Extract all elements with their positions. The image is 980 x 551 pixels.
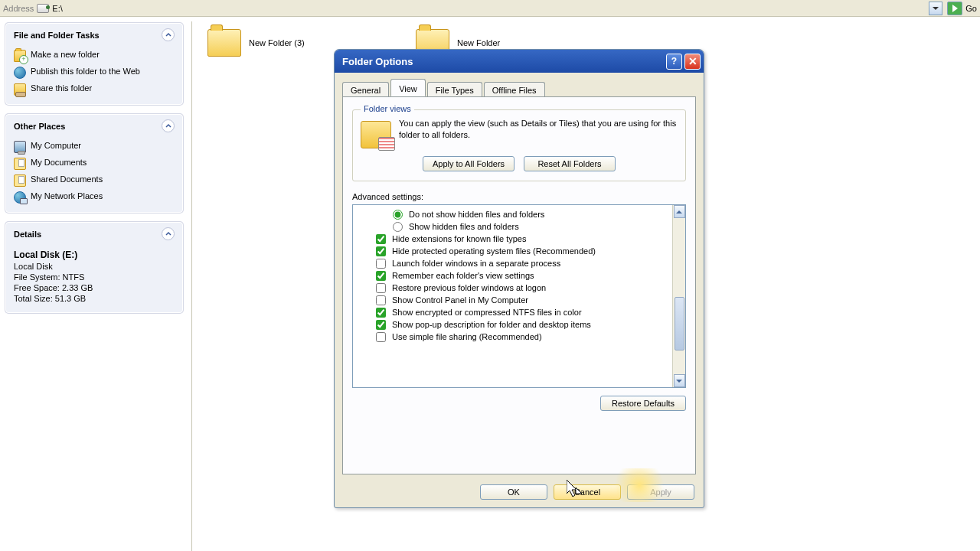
checkbox-input[interactable] bbox=[376, 320, 386, 330]
folder-icon bbox=[207, 29, 241, 57]
place-my-computer[interactable]: My Computer bbox=[14, 139, 175, 155]
advanced-setting-item[interactable]: Restore previous folder windows at logon bbox=[376, 282, 671, 294]
advanced-setting-item[interactable]: Launch folder windows in a separate proc… bbox=[376, 257, 671, 269]
checkbox-input[interactable] bbox=[376, 271, 386, 281]
advanced-setting-item[interactable]: Hide extensions for known file types bbox=[376, 233, 671, 245]
address-dropdown-button[interactable] bbox=[929, 2, 942, 15]
checkbox-input[interactable] bbox=[376, 246, 386, 256]
advanced-setting-label: Show encrypted or compressed NTFS files … bbox=[392, 308, 582, 317]
folder-options-dialog: Folder Options ? ✕ General View File Typ… bbox=[334, 49, 704, 508]
apply-to-all-folders-button[interactable]: Apply to All Folders bbox=[423, 156, 514, 171]
restore-defaults-button[interactable]: Restore Defaults bbox=[600, 396, 686, 411]
place-my-documents[interactable]: My Documents bbox=[14, 155, 175, 172]
close-button[interactable]: ✕ bbox=[684, 54, 701, 70]
tab-view[interactable]: View bbox=[390, 79, 426, 96]
help-button[interactable]: ? bbox=[666, 54, 682, 70]
file-folder-tasks-header[interactable]: File and Folder Tasks bbox=[6, 24, 182, 46]
reset-all-folders-button[interactable]: Reset All Folders bbox=[524, 156, 616, 171]
task-publish-web[interactable]: Publish this folder to the Web bbox=[14, 64, 175, 81]
chevron-up-icon[interactable] bbox=[162, 119, 175, 132]
details-filesystem: File System: NTFS bbox=[14, 272, 175, 282]
task-label: My Computer bbox=[31, 141, 81, 150]
checkbox-input[interactable] bbox=[376, 259, 386, 269]
folder-label: New Folder bbox=[457, 38, 500, 47]
advanced-setting-item[interactable]: Remember each folder's view settings bbox=[376, 269, 671, 282]
address-bar: Address E:\ Go bbox=[0, 0, 980, 17]
folder-views-icon bbox=[361, 121, 391, 148]
new-folder-icon bbox=[14, 50, 26, 62]
task-share-folder[interactable]: Share this folder bbox=[14, 81, 175, 98]
checkbox-input[interactable] bbox=[376, 332, 386, 342]
go-button[interactable] bbox=[947, 2, 962, 15]
advanced-setting-item[interactable]: Show hidden files and folders bbox=[376, 220, 671, 233]
scroll-down-button[interactable] bbox=[674, 374, 685, 387]
folder-views-text: You can apply the view (such as Details … bbox=[399, 118, 678, 141]
advanced-setting-item[interactable]: Do not show hidden files and folders bbox=[376, 208, 671, 220]
radio-input[interactable] bbox=[393, 222, 403, 232]
advanced-setting-label: Hide protected operating system files (R… bbox=[392, 246, 596, 256]
advanced-settings-list[interactable]: Do not show hidden files and foldersShow… bbox=[352, 204, 686, 388]
cancel-button[interactable]: Cancel bbox=[554, 484, 621, 500]
other-places-box: Other Places My Computer My Documents Sh… bbox=[5, 114, 183, 213]
task-label: Make a new folder bbox=[31, 50, 100, 59]
documents-icon bbox=[14, 158, 26, 170]
task-label: My Network Places bbox=[31, 191, 103, 201]
details-disk-title: Local Disk (E:) bbox=[14, 249, 175, 260]
go-label: Go bbox=[965, 4, 977, 13]
dialog-footer: OK Cancel Apply bbox=[480, 484, 694, 500]
checkbox-input[interactable] bbox=[376, 308, 386, 318]
tab-general[interactable]: General bbox=[342, 82, 389, 97]
advanced-setting-item[interactable]: Show pop-up description for folder and d… bbox=[376, 318, 671, 331]
folder-views-group: Folder views You can apply the view (suc… bbox=[352, 109, 686, 181]
radio-input[interactable] bbox=[393, 210, 403, 220]
network-icon bbox=[14, 191, 26, 204]
advanced-setting-item[interactable]: Show encrypted or compressed NTFS files … bbox=[376, 306, 671, 318]
apply-button[interactable]: Apply bbox=[627, 484, 694, 500]
scrollbar[interactable] bbox=[672, 205, 685, 387]
chevron-up-icon[interactable] bbox=[162, 227, 175, 240]
advanced-setting-label: Remember each folder's view settings bbox=[392, 271, 534, 280]
task-label: My Documents bbox=[31, 158, 87, 167]
checkbox-input[interactable] bbox=[376, 234, 386, 244]
address-label: Address bbox=[3, 4, 34, 13]
scroll-up-button[interactable] bbox=[674, 205, 685, 218]
folder-label: New Folder (3) bbox=[249, 38, 305, 47]
details-header[interactable]: Details bbox=[6, 223, 182, 245]
other-places-header[interactable]: Other Places bbox=[6, 115, 182, 137]
shared-documents-icon bbox=[14, 174, 26, 187]
checkbox-input[interactable] bbox=[376, 283, 386, 293]
advanced-setting-label: Show hidden files and folders bbox=[409, 222, 519, 231]
dialog-title: Folder Options bbox=[342, 56, 664, 67]
advanced-setting-label: Launch folder windows in a separate proc… bbox=[392, 259, 560, 268]
tab-file-types[interactable]: File Types bbox=[427, 82, 482, 97]
scroll-thumb[interactable] bbox=[675, 297, 684, 350]
dialog-titlebar[interactable]: Folder Options ? ✕ bbox=[335, 50, 704, 73]
drive-icon bbox=[37, 4, 49, 13]
folder-item[interactable]: New Folder (3) bbox=[207, 29, 305, 57]
globe-icon bbox=[14, 67, 26, 79]
checkbox-input[interactable] bbox=[376, 295, 386, 305]
advanced-setting-item[interactable]: Hide protected operating system files (R… bbox=[376, 245, 671, 257]
chevron-up-icon[interactable] bbox=[162, 28, 175, 41]
details-title: Details bbox=[14, 230, 41, 239]
details-disk-type: Local Disk bbox=[14, 262, 175, 271]
advanced-setting-item[interactable]: Show Control Panel in My Computer bbox=[376, 294, 671, 306]
task-label: Publish this folder to the Web bbox=[31, 67, 140, 76]
advanced-setting-label: Use simple file sharing (Recommended) bbox=[392, 332, 542, 341]
task-make-new-folder[interactable]: Make a new folder bbox=[14, 47, 175, 64]
place-network-places[interactable]: My Network Places bbox=[14, 189, 175, 206]
advanced-setting-item[interactable]: Use simple file sharing (Recommended) bbox=[376, 331, 671, 343]
details-box: Details Local Disk (E:) Local Disk File … bbox=[5, 222, 183, 313]
dialog-tabstrip: General View File Types Offline Files bbox=[335, 73, 704, 96]
details-free-space: Free Space: 2.33 GB bbox=[14, 283, 175, 292]
place-shared-documents[interactable]: Shared Documents bbox=[14, 172, 175, 189]
tasks-panel: File and Folder Tasks Make a new folder … bbox=[5, 23, 183, 322]
advanced-setting-label: Show pop-up description for folder and d… bbox=[392, 320, 591, 329]
advanced-setting-label: Show Control Panel in My Computer bbox=[392, 295, 528, 305]
computer-icon bbox=[14, 141, 26, 153]
address-path[interactable]: E:\ bbox=[52, 4, 929, 13]
ok-button[interactable]: OK bbox=[480, 484, 547, 500]
tab-offline-files[interactable]: Offline Files bbox=[484, 82, 545, 97]
file-folder-tasks-title: File and Folder Tasks bbox=[14, 31, 100, 40]
advanced-setting-label: Restore previous folder windows at logon bbox=[392, 283, 546, 292]
